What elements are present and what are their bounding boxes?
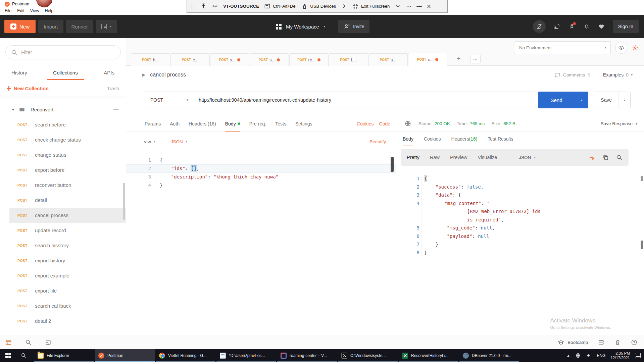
runner-button[interactable]: Runner <box>66 20 93 33</box>
minimize-icon[interactable]: — <box>416 4 422 9</box>
search-icon[interactable] <box>616 154 623 161</box>
sidebar-request-item[interactable]: POST check change status <box>9 132 126 147</box>
wrap-text-icon[interactable] <box>589 154 595 161</box>
console-icon[interactable] <box>5 339 12 346</box>
sidebar-tab[interactable]: Collections <box>51 65 80 80</box>
sidebar-request-item[interactable]: POST export history <box>9 253 126 268</box>
request-config-tab[interactable]: Params <box>145 116 161 132</box>
request-config-tab[interactable]: Auth <box>170 116 180 132</box>
sign-in-button[interactable]: Sign In <box>613 20 639 33</box>
menu-file[interactable]: File <box>5 8 11 13</box>
volume-icon[interactable] <box>586 353 592 358</box>
open-file-button[interactable]: ▾ <box>96 20 117 33</box>
chevron-down-icon[interactable] <box>395 3 401 9</box>
taskbar-search-button[interactable] <box>16 349 32 362</box>
sidebar-scrollbar[interactable] <box>123 183 125 220</box>
cookies-link[interactable]: Cookies <box>357 121 374 126</box>
help-icon[interactable] <box>631 339 637 346</box>
chevron-down-icon[interactable]: ▾ <box>324 25 325 28</box>
filter-input[interactable] <box>21 50 105 55</box>
body-mode-select[interactable]: raw ▾ <box>144 139 155 144</box>
ctrl-alt-del-button[interactable]: Ctrl+Alt+Del <box>264 3 296 9</box>
request-tab[interactable]: POST c... <box>408 53 447 66</box>
workspace-name[interactable]: My Workspace <box>286 24 319 30</box>
close-icon[interactable]: × <box>427 3 431 10</box>
request-tab[interactable]: POST L... <box>329 53 368 66</box>
method-select[interactable]: POST ▾ <box>145 92 193 108</box>
response-scrollbar-handle[interactable] <box>641 176 643 181</box>
response-view-tab[interactable]: Pretty <box>407 155 419 160</box>
exit-fullscreen-button[interactable]: Exit Fullscreen <box>352 3 390 9</box>
find-replace-icon[interactable] <box>25 339 32 346</box>
response-tab[interactable]: Test Results <box>488 132 513 146</box>
pin-icon[interactable] <box>200 3 207 9</box>
panel-layout-icon[interactable] <box>45 339 51 346</box>
examples-button[interactable]: Examples 0 ▾ <box>603 72 633 77</box>
response-view-tab[interactable]: Raw <box>430 155 440 160</box>
workspace-grid-icon[interactable] <box>276 24 282 30</box>
save-options-caret[interactable]: ▾ <box>618 92 630 108</box>
response-view-tab[interactable]: Visualize <box>478 155 497 160</box>
bootcamp-button[interactable]: Bootcamp <box>558 339 588 346</box>
collection-folder-reconvert[interactable]: ▼ Reconvert ⋯ <box>0 102 126 117</box>
body-language-select[interactable]: JSON ▾ <box>171 139 187 144</box>
request-config-tab[interactable]: Body <box>225 116 240 132</box>
sidebar-request-item[interactable]: POST reconvert button <box>9 177 126 193</box>
sidebar-request-item[interactable]: POST search before <box>9 117 126 132</box>
bell-icon[interactable] <box>583 23 590 30</box>
taskbar-app-button[interactable]: Viettel Roaming - G... <box>156 349 215 362</box>
editor-scrollbar[interactable] <box>391 157 394 172</box>
collection-options-icon[interactable]: ⋯ <box>113 106 119 113</box>
satellite-icon[interactable] <box>554 23 560 30</box>
request-config-tab[interactable]: Headers (18) <box>189 116 216 132</box>
toolbar-grip-handle[interactable] <box>191 3 195 10</box>
taskbar-clock[interactable]: 2:35 PM 12/17/2021 <box>610 351 630 360</box>
tab-options-button[interactable]: ⋯ <box>470 55 481 63</box>
sidebar-tab[interactable]: History <box>9 65 29 80</box>
code-link[interactable]: Code <box>379 121 390 126</box>
request-tab[interactable]: POST re... <box>289 53 329 66</box>
url-input[interactable] <box>193 92 535 108</box>
request-tab[interactable]: POST s... <box>210 53 249 66</box>
response-language-select[interactable]: JSON ▾ <box>519 155 536 160</box>
input-language-indicator[interactable]: ENG <box>597 353 605 358</box>
start-button[interactable] <box>0 349 16 362</box>
request-config-tab[interactable]: Tests <box>275 116 286 132</box>
sidebar-request-item[interactable]: POST detail 2 <box>9 313 126 328</box>
sidebar-request-item[interactable]: POST change status <box>9 147 126 162</box>
response-tab[interactable]: Headers (16) <box>451 132 478 146</box>
sidebar-tab[interactable]: APIs <box>102 65 116 80</box>
editor-line[interactable]: 4 } <box>126 181 396 190</box>
copy-icon[interactable] <box>602 154 609 161</box>
request-tab[interactable]: POST s... <box>250 53 289 66</box>
request-config-tab[interactable]: Pre-req. <box>249 116 266 132</box>
sidebar-request-item[interactable]: POST export file <box>9 283 126 298</box>
send-button[interactable]: Send <box>538 92 575 108</box>
sidebar-request-item[interactable]: POST update record <box>9 223 126 238</box>
taskbar-app-button[interactable]: Postman <box>95 349 155 362</box>
response-body-code[interactable]: 1 { 2 "success": false, 3 "data": { <box>396 170 641 335</box>
sidebar-request-item[interactable]: POST detail <box>9 193 126 208</box>
editor-line[interactable]: 1 { <box>126 156 396 164</box>
request-tab[interactable]: POST s... <box>368 53 408 66</box>
more-options-icon[interactable]: ⋯ <box>406 4 411 9</box>
taskbar-app-button[interactable]: DBeaver 21.0.0 - rm... <box>459 349 519 362</box>
send-options-caret[interactable]: ▾ <box>575 92 588 108</box>
new-tab-button[interactable]: + <box>455 55 462 62</box>
response-tab[interactable]: Body <box>403 132 413 146</box>
menu-edit[interactable]: Edit <box>17 8 24 13</box>
action-center-icon[interactable] <box>635 353 641 358</box>
menu-help[interactable]: Help <box>45 8 54 13</box>
tray-overflow-chevron-icon[interactable]: ▲ <box>566 353 571 358</box>
trash-button[interactable]: Trash <box>107 86 119 91</box>
taskbar-app-button[interactable]: C:\Windows\syste... <box>338 349 398 362</box>
sidebar-request-item[interactable]: POST export example <box>9 268 126 283</box>
response-scrollbar-mark[interactable] <box>641 241 643 249</box>
collapse-toolbar-icon[interactable] <box>212 3 218 9</box>
collapse-caret-icon[interactable]: ▶ <box>142 72 145 77</box>
sync-off-icon[interactable] <box>533 20 546 33</box>
collapse-caret-icon[interactable]: ▼ <box>11 108 19 111</box>
response-tab[interactable]: Cookies <box>424 132 441 146</box>
chevron-right-icon[interactable] <box>341 3 347 9</box>
settings-gear-button[interactable] <box>632 44 639 51</box>
